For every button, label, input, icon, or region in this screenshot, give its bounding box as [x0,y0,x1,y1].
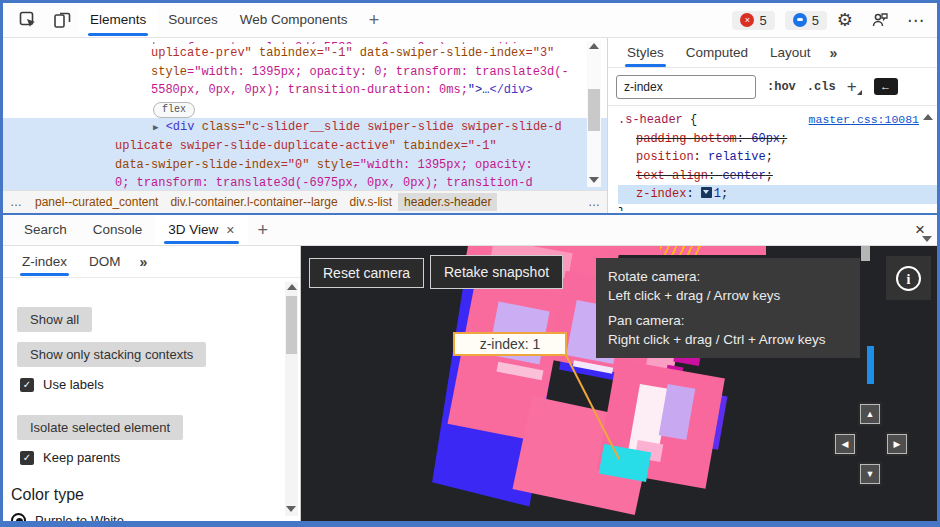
color-type-heading: Color type [11,486,300,504]
purple-to-white-radio[interactable] [11,513,26,521]
css-property-row[interactable]: text-align: center; [618,167,919,186]
rotate-down-button[interactable]: ▼ [860,464,880,484]
keep-parents-checkbox[interactable]: ✓ [20,451,34,465]
3d-box-pink-strip[interactable] [600,246,766,255]
tab-computed[interactable]: Computed [675,38,759,68]
more-menu-icon[interactable]: ⋯ [907,10,925,31]
toggle-class-button[interactable]: .cls [807,80,836,94]
message-icon [793,13,807,27]
sidebar-scrollbar[interactable] [285,282,298,516]
3d-view-badge-icon[interactable] [701,187,712,198]
rotate-up-button[interactable]: ▲ [860,404,880,424]
scroll-up-icon[interactable] [923,114,933,120]
settings-gear-icon[interactable]: ⚙ [837,9,853,31]
tab-z-index[interactable]: Z-index [11,247,78,277]
breadcrumb-item-selected[interactable]: header.s-header [398,193,497,211]
devtools-toolbar: Elements Sources Web Components + × 5 5 … [3,3,937,38]
toggle-hover-button[interactable]: :hov [767,80,796,94]
info-icon-container: i [886,256,931,300]
tab-styles[interactable]: Styles [616,38,675,68]
tab-layout[interactable]: Layout [759,38,822,68]
css-rules: master.css:10081 .s-header { padding-bot… [608,106,937,211]
breadcrumb-overflow-right[interactable]: … [581,195,607,209]
tab-console[interactable]: Console [80,215,156,245]
tab-dom[interactable]: DOM [78,247,132,277]
more-tabs-icon[interactable]: » [822,45,846,61]
device-emulation-icon[interactable] [51,9,73,31]
scroll-down-icon[interactable] [589,177,599,183]
inspect-element-icon[interactable] [17,9,39,31]
hatch-pattern [660,246,702,255]
breadcrumb-item[interactable]: panel--curated_content [29,193,164,211]
css-property-row-highlighted[interactable]: z-index: 1; [618,185,937,204]
css-property-row[interactable]: position: relative; [618,148,919,167]
issues-badge[interactable]: 5 [785,11,827,30]
rotate-right-button[interactable]: ▶ [887,434,907,454]
code-line: style="width: 1395px; opacity: 0; transf… [3,63,607,82]
code-line: uplicate-prev" tabindex="-1" data-swiper… [3,44,607,63]
zoom-slider[interactable] [867,346,874,384]
scrollbar-thumb[interactable] [588,89,600,131]
feedback-icon[interactable] [869,9,891,31]
scrollbar-thumb[interactable] [286,296,297,354]
show-all-button[interactable]: Show all [17,307,92,332]
tab-sources[interactable]: Sources [157,3,229,37]
more-tabs-icon[interactable]: » [132,254,156,270]
error-count: 5 [759,13,766,28]
active-tab-underline [88,33,148,36]
css-rule-header: master.css:10081 .s-header { [618,111,919,130]
scroll-down-icon[interactable] [286,506,296,512]
retake-snapshot-button[interactable]: Retake snapshot [430,255,563,289]
scroll-up-icon[interactable] [589,43,599,49]
breadcrumb-item[interactable]: div.l-container.l-container--large [164,193,343,211]
purple-to-white-label: Purple to White [35,513,124,521]
add-drawer-tab-button[interactable]: + [248,220,279,241]
css-source-link[interactable]: master.css:10081 [809,111,919,130]
css-rule-close: } [618,204,919,212]
dock-panel-icon[interactable]: ← [874,78,898,95]
keep-parents-row: ✓ Keep parents [20,450,300,465]
show-stacking-contexts-button[interactable]: Show only stacking contexts [17,342,206,367]
selected-dom-node[interactable]: ▶ <div class="c-slider__slide swiper-sli… [3,118,607,191]
new-style-rule-button[interactable]: + [847,77,857,97]
scroll-up-icon[interactable] [287,284,297,290]
styles-scrollbar[interactable] [921,112,934,248]
tab-elements-label: Elements [90,12,146,27]
styles-tabs: Styles Computed Layout » [608,38,937,68]
isolate-element-button[interactable]: Isolate selected element [17,415,183,440]
scroll-remnant [861,246,870,261]
z-index-label: z-index: 1 [453,332,567,356]
styles-filter-row: :hov .cls + ← [608,68,937,106]
scroll-down-icon[interactable] [922,236,932,242]
add-tab-button[interactable]: + [359,10,390,31]
breadcrumb-item[interactable]: div.s-list [344,193,398,211]
css-property-row[interactable]: padding-bottom: 60px; [618,130,919,149]
breadcrumb-overflow-left[interactable]: … [3,195,29,209]
dom-tree-scrollbar[interactable] [587,41,601,187]
toolbar-right: × 5 5 ⚙ ⋯ [732,9,937,31]
view3d-viewport[interactable]: z-index: 1 Reset camera Retake snapshot … [301,246,937,521]
reset-camera-button[interactable]: Reset camera [309,258,424,288]
tab-search[interactable]: Search [11,215,80,245]
error-badge[interactable]: × 5 [732,11,774,30]
message-count: 5 [812,13,819,28]
tab-elements[interactable]: Elements [79,3,157,37]
devtools-window: Elements Sources Web Components + × 5 5 … [0,0,940,527]
view3d-sidebar: Z-index DOM » Show all Show only stackin… [3,246,301,521]
flex-badge[interactable]: flex [153,102,195,118]
error-icon: × [740,13,754,27]
code-line: ▶ <div class="c-slider__slide swiper-sli… [3,118,607,138]
info-icon[interactable]: i [896,266,921,291]
style-filter-input[interactable] [616,75,756,99]
styles-panel: Styles Computed Layout » :hov .cls + ← m… [608,38,937,213]
code-line: 0; transform: translate3d(-6975px, 0px, … [3,174,607,190]
keep-parents-label: Keep parents [43,450,120,465]
tab-web-components[interactable]: Web Components [229,3,359,37]
rotate-left-button[interactable]: ◀ [835,434,855,454]
drawer-tabs: Search Console 3D View × + × [3,215,937,246]
active-tab-underline [20,273,69,276]
css-selector[interactable]: .s-header [618,113,683,127]
tab-3d-view[interactable]: 3D View × [155,215,247,245]
dom-tree-code[interactable]: transform: translate3d(-5580px, 0px, 0px… [3,38,607,190]
use-labels-checkbox[interactable]: ✓ [20,378,34,392]
